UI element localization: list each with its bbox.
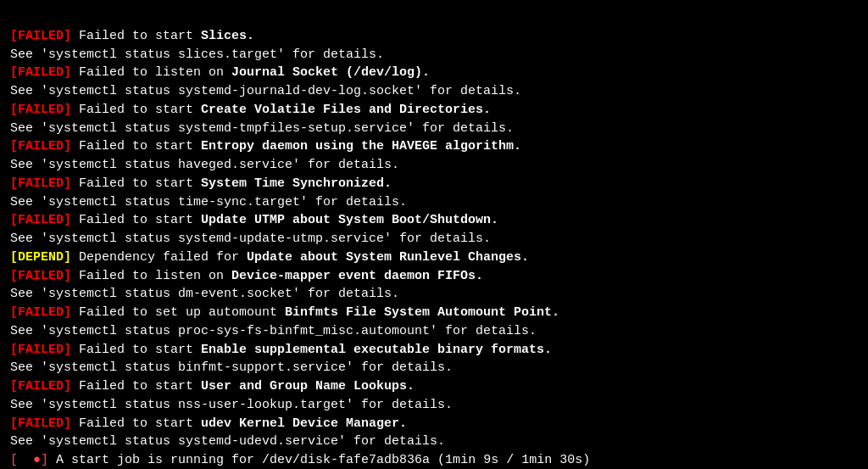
bracket-star: ] (41, 453, 48, 467)
normal-text: Failed to start (71, 379, 201, 394)
spinner-icon: ● (33, 453, 41, 467)
terminal-line: [FAILED] Failed to set up automount Binf… (10, 304, 858, 322)
bracket-star: [ (10, 453, 33, 467)
terminal-line: See 'systemctl status proc-sys-fs-binfmt… (10, 322, 858, 341)
terminal-line: [FAILED] Failed to start Enable suppleme… (10, 341, 858, 360)
normal-text: Failed to listen on (71, 65, 231, 80)
normal-text: See 'systemctl status binfmt-support.ser… (10, 360, 453, 375)
normal-text: Failed to start (71, 416, 201, 431)
terminal-line: See 'systemctl status haveged.service' f… (10, 156, 858, 175)
normal-text: Dependency failed for (71, 250, 247, 265)
bold-text: Entropy daemon using the HAVEGE algorith… (201, 139, 521, 154)
bold-text: User and Group Name Lookups. (201, 379, 415, 394)
failed-tag: [FAILED] (10, 379, 71, 394)
failed-tag: [FAILED] (10, 213, 71, 227)
terminal-line: [DEPEND] Dependency failed for Update ab… (10, 248, 858, 267)
bold-text: Enable supplemental executable binary fo… (201, 343, 552, 357)
terminal-line: [ ●] A start job is running for /dev/dis… (10, 451, 858, 469)
terminal-line: See 'systemctl status slices.target' for… (10, 46, 858, 64)
failed-tag: [FAILED] (10, 139, 71, 154)
failed-tag: [FAILED] (10, 29, 71, 43)
bold-text: Update UTMP about System Boot/Shutdown. (201, 213, 498, 227)
failed-tag: [FAILED] (10, 65, 71, 80)
terminal-line: [FAILED] Failed to start Slices. (10, 27, 858, 46)
normal-text: See 'systemctl status proc-sys-fs-binfmt… (10, 324, 537, 338)
terminal-line: [FAILED] Failed to start Create Volatile… (10, 101, 858, 120)
normal-text: Failed to start (71, 176, 201, 191)
terminal-line: See 'systemctl status nss-user-lookup.ta… (10, 396, 858, 415)
normal-text: Failed to listen on (71, 269, 231, 283)
normal-text: See 'systemctl status time-sync.target' … (10, 195, 407, 209)
terminal-line: [FAILED] Failed to start System Time Syn… (10, 175, 858, 193)
bold-text: Device-mapper event daemon FIFOs. (231, 269, 483, 283)
normal-text: See 'systemctl status systemd-tmpfiles-s… (10, 121, 514, 136)
failed-tag: [FAILED] (10, 305, 71, 320)
terminal-line: See 'systemctl status systemd-tmpfiles-s… (10, 120, 858, 138)
normal-text: Failed to set up automount (71, 305, 285, 320)
terminal-output: [FAILED] Failed to start Slices.See 'sys… (10, 8, 858, 469)
normal-text: Failed to start (71, 103, 201, 117)
normal-text: See 'systemctl status haveged.service' f… (10, 158, 399, 172)
bold-text: Create Volatile Files and Directories. (201, 103, 491, 117)
failed-tag: [FAILED] (10, 103, 71, 117)
terminal-line: [FAILED] Failed to start User and Group … (10, 377, 858, 396)
failed-tag: [FAILED] (10, 176, 71, 191)
bold-text: Journal Socket (/dev/log). (231, 65, 430, 80)
terminal-line: [FAILED] Failed to listen on Journal Soc… (10, 64, 858, 82)
bold-text: Binfmts File System Automount Point. (285, 305, 559, 320)
terminal-line: See 'systemctl status binfmt-support.ser… (10, 359, 858, 377)
bold-text: Slices. (201, 29, 254, 43)
normal-text: Failed to start (71, 29, 201, 43)
normal-text: See 'systemctl status nss-user-lookup.ta… (10, 398, 453, 412)
terminal-line: See 'systemctl status dm-event.socket' f… (10, 285, 858, 304)
bold-text: Update about System Runlevel Changes. (247, 250, 529, 265)
normal-text: Failed to start (71, 213, 201, 227)
normal-text: See 'systemctl status systemd-journald-d… (10, 84, 521, 98)
failed-tag: [FAILED] (10, 416, 71, 431)
normal-text: See 'systemctl status slices.target' for… (10, 47, 384, 62)
normal-text: See 'systemctl status dm-event.socket' f… (10, 287, 399, 301)
normal-text: See 'systemctl status systemd-udevd.serv… (10, 434, 445, 449)
failed-tag: [FAILED] (10, 269, 71, 283)
terminal-line: [FAILED] Failed to start Entropy daemon … (10, 137, 858, 156)
terminal-line: See 'systemctl status time-sync.target' … (10, 193, 858, 212)
terminal-line: See 'systemctl status systemd-update-utm… (10, 230, 858, 248)
terminal-line: See 'systemctl status systemd-udevd.serv… (10, 433, 858, 451)
terminal-line: See 'systemctl status systemd-journald-d… (10, 82, 858, 101)
failed-tag: [FAILED] (10, 343, 71, 357)
normal-text: Failed to start (71, 139, 201, 154)
terminal-line: [FAILED] Failed to start Update UTMP abo… (10, 211, 858, 230)
normal-text: A start job is running for /dev/disk-faf… (48, 453, 590, 467)
terminal-line: [FAILED] Failed to start udev Kernel Dev… (10, 415, 858, 433)
normal-text: Failed to start (71, 343, 201, 357)
bold-text: System Time Synchronized. (201, 176, 392, 191)
bold-text: udev Kernel Device Manager. (201, 416, 407, 431)
depend-tag: [DEPEND] (10, 250, 71, 265)
normal-text: See 'systemctl status systemd-update-utm… (10, 232, 491, 246)
terminal-line: [FAILED] Failed to listen on Device-mapp… (10, 267, 858, 286)
